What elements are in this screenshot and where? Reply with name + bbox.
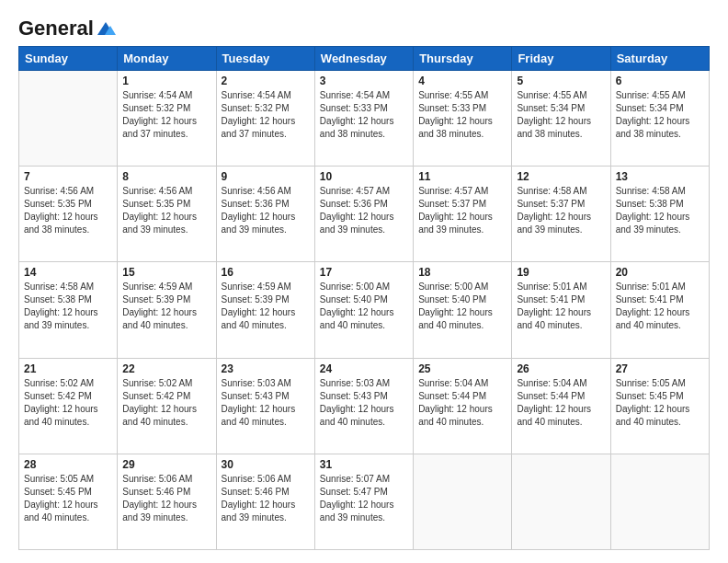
calendar-header-sunday: Sunday (19, 47, 118, 71)
calendar-header-wednesday: Wednesday (314, 47, 413, 71)
logo-icon (96, 20, 116, 37)
day-info: Sunrise: 5:00 AM Sunset: 5:40 PM Dayligh… (418, 281, 506, 332)
day-info: Sunrise: 5:07 AM Sunset: 5:47 PM Dayligh… (320, 473, 408, 524)
day-info: Sunrise: 5:06 AM Sunset: 5:46 PM Dayligh… (122, 473, 210, 524)
calendar-cell: 10Sunrise: 4:57 AM Sunset: 5:36 PM Dayli… (314, 167, 413, 262)
day-info: Sunrise: 5:02 AM Sunset: 5:42 PM Dayligh… (24, 377, 112, 429)
day-number: 21 (24, 362, 112, 375)
day-number: 27 (616, 362, 704, 375)
calendar-cell: 3Sunrise: 4:54 AM Sunset: 5:33 PM Daylig… (314, 71, 413, 167)
calendar: SundayMondayTuesdayWednesdayThursdayFrid… (18, 46, 710, 550)
calendar-cell: 22Sunrise: 5:02 AM Sunset: 5:42 PM Dayli… (118, 358, 216, 454)
day-number: 19 (517, 266, 605, 279)
day-info: Sunrise: 5:06 AM Sunset: 5:46 PM Dayligh… (222, 473, 310, 524)
day-number: 17 (320, 266, 408, 279)
day-number: 22 (122, 362, 210, 375)
day-number: 11 (418, 170, 506, 183)
calendar-cell: 19Sunrise: 5:01 AM Sunset: 5:41 PM Dayli… (512, 262, 610, 358)
day-info: Sunrise: 4:55 AM Sunset: 5:34 PM Dayligh… (616, 89, 704, 141)
day-info: Sunrise: 5:02 AM Sunset: 5:42 PM Dayligh… (122, 377, 210, 429)
day-number: 31 (320, 458, 408, 471)
day-info: Sunrise: 4:58 AM Sunset: 5:38 PM Dayligh… (24, 281, 112, 332)
calendar-cell: 2Sunrise: 4:54 AM Sunset: 5:32 PM Daylig… (216, 71, 314, 167)
calendar-cell: 24Sunrise: 5:03 AM Sunset: 5:43 PM Dayli… (314, 358, 413, 454)
day-number: 1 (122, 75, 210, 87)
day-info: Sunrise: 4:56 AM Sunset: 5:35 PM Dayligh… (122, 185, 210, 236)
day-info: Sunrise: 4:54 AM Sunset: 5:32 PM Dayligh… (222, 89, 310, 141)
day-info: Sunrise: 4:58 AM Sunset: 5:37 PM Dayligh… (517, 185, 605, 236)
calendar-week-1: 7Sunrise: 4:56 AM Sunset: 5:35 PM Daylig… (19, 167, 710, 262)
logo: General (18, 17, 116, 37)
day-number: 8 (122, 170, 210, 183)
day-info: Sunrise: 4:54 AM Sunset: 5:32 PM Dayligh… (122, 89, 210, 141)
calendar-cell (19, 71, 118, 167)
day-number: 28 (24, 458, 112, 471)
day-number: 10 (320, 170, 408, 183)
calendar-cell: 30Sunrise: 5:06 AM Sunset: 5:46 PM Dayli… (216, 454, 314, 549)
calendar-week-3: 21Sunrise: 5:02 AM Sunset: 5:42 PM Dayli… (19, 358, 710, 454)
calendar-header-monday: Monday (118, 47, 216, 71)
calendar-cell: 7Sunrise: 4:56 AM Sunset: 5:35 PM Daylig… (19, 167, 118, 262)
day-number: 5 (517, 75, 605, 87)
calendar-cell: 13Sunrise: 4:58 AM Sunset: 5:38 PM Dayli… (610, 167, 709, 262)
day-info: Sunrise: 4:55 AM Sunset: 5:34 PM Dayligh… (517, 89, 605, 141)
day-number: 13 (616, 170, 704, 183)
day-info: Sunrise: 5:05 AM Sunset: 5:45 PM Dayligh… (24, 473, 112, 524)
calendar-cell: 21Sunrise: 5:02 AM Sunset: 5:42 PM Dayli… (19, 358, 118, 454)
day-info: Sunrise: 5:01 AM Sunset: 5:41 PM Dayligh… (517, 281, 605, 332)
day-info: Sunrise: 5:04 AM Sunset: 5:44 PM Dayligh… (418, 377, 506, 429)
day-number: 3 (320, 75, 408, 87)
day-info: Sunrise: 4:56 AM Sunset: 5:35 PM Dayligh… (24, 185, 112, 236)
calendar-cell: 23Sunrise: 5:03 AM Sunset: 5:43 PM Dayli… (216, 358, 314, 454)
calendar-cell (610, 454, 709, 549)
calendar-cell: 29Sunrise: 5:06 AM Sunset: 5:46 PM Dayli… (118, 454, 216, 549)
page: General SundayMondayTuesdayWednesdayThur… (0, 0, 728, 563)
day-number: 2 (222, 75, 310, 87)
calendar-week-0: 1Sunrise: 4:54 AM Sunset: 5:32 PM Daylig… (19, 71, 710, 167)
day-info: Sunrise: 4:58 AM Sunset: 5:38 PM Dayligh… (616, 185, 704, 236)
day-info: Sunrise: 5:00 AM Sunset: 5:40 PM Dayligh… (320, 281, 408, 332)
day-number: 29 (122, 458, 210, 471)
calendar-week-2: 14Sunrise: 4:58 AM Sunset: 5:38 PM Dayli… (19, 262, 710, 358)
day-number: 18 (418, 266, 506, 279)
day-number: 25 (418, 362, 506, 375)
day-number: 12 (517, 170, 605, 183)
day-number: 26 (517, 362, 605, 375)
day-number: 24 (320, 362, 408, 375)
calendar-cell: 31Sunrise: 5:07 AM Sunset: 5:47 PM Dayli… (314, 454, 413, 549)
calendar-cell: 14Sunrise: 4:58 AM Sunset: 5:38 PM Dayli… (19, 262, 118, 358)
day-number: 14 (24, 266, 112, 279)
calendar-cell: 20Sunrise: 5:01 AM Sunset: 5:41 PM Dayli… (610, 262, 709, 358)
calendar-cell: 12Sunrise: 4:58 AM Sunset: 5:37 PM Dayli… (512, 167, 610, 262)
day-number: 9 (222, 170, 310, 183)
day-number: 7 (24, 170, 112, 183)
day-info: Sunrise: 4:59 AM Sunset: 5:39 PM Dayligh… (222, 281, 310, 332)
calendar-cell: 1Sunrise: 4:54 AM Sunset: 5:32 PM Daylig… (118, 71, 216, 167)
calendar-cell: 6Sunrise: 4:55 AM Sunset: 5:34 PM Daylig… (610, 71, 709, 167)
day-number: 30 (222, 458, 310, 471)
day-info: Sunrise: 5:01 AM Sunset: 5:41 PM Dayligh… (616, 281, 704, 332)
day-info: Sunrise: 4:55 AM Sunset: 5:33 PM Dayligh… (418, 89, 506, 141)
calendar-cell (512, 454, 610, 549)
logo-general: General (18, 17, 94, 40)
day-info: Sunrise: 5:05 AM Sunset: 5:45 PM Dayligh… (616, 377, 704, 429)
calendar-cell: 16Sunrise: 4:59 AM Sunset: 5:39 PM Dayli… (216, 262, 314, 358)
day-info: Sunrise: 4:54 AM Sunset: 5:33 PM Dayligh… (320, 89, 408, 141)
calendar-cell: 9Sunrise: 4:56 AM Sunset: 5:36 PM Daylig… (216, 167, 314, 262)
day-info: Sunrise: 5:04 AM Sunset: 5:44 PM Dayligh… (517, 377, 605, 429)
calendar-cell: 18Sunrise: 5:00 AM Sunset: 5:40 PM Dayli… (414, 262, 512, 358)
day-number: 4 (418, 75, 506, 87)
calendar-week-4: 28Sunrise: 5:05 AM Sunset: 5:45 PM Dayli… (19, 454, 710, 549)
calendar-cell: 27Sunrise: 5:05 AM Sunset: 5:45 PM Dayli… (610, 358, 709, 454)
calendar-cell (414, 454, 512, 549)
day-info: Sunrise: 5:03 AM Sunset: 5:43 PM Dayligh… (222, 377, 310, 429)
calendar-cell: 8Sunrise: 4:56 AM Sunset: 5:35 PM Daylig… (118, 167, 216, 262)
header: General (18, 17, 710, 37)
day-info: Sunrise: 4:59 AM Sunset: 5:39 PM Dayligh… (122, 281, 210, 332)
day-number: 15 (122, 266, 210, 279)
calendar-cell: 5Sunrise: 4:55 AM Sunset: 5:34 PM Daylig… (512, 71, 610, 167)
calendar-cell: 15Sunrise: 4:59 AM Sunset: 5:39 PM Dayli… (118, 262, 216, 358)
day-number: 16 (222, 266, 310, 279)
day-info: Sunrise: 4:56 AM Sunset: 5:36 PM Dayligh… (222, 185, 310, 236)
calendar-header-row: SundayMondayTuesdayWednesdayThursdayFrid… (19, 47, 710, 71)
